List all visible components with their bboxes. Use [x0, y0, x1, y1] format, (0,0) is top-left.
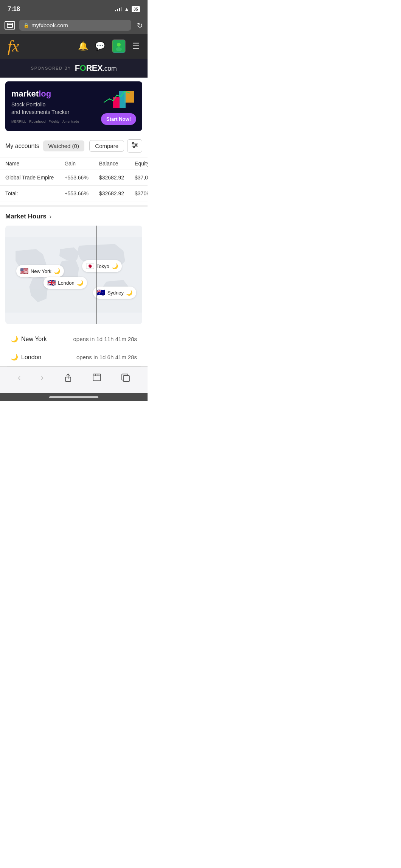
accounts-tabs: My accounts Watched (0) Compare	[0, 135, 148, 157]
market-name-newyork: 🌙 New York	[11, 335, 47, 343]
filter-button[interactable]	[127, 139, 142, 153]
refresh-icon[interactable]: ↻	[137, 21, 143, 30]
fx-logo[interactable]: fx	[8, 38, 19, 54]
status-icons: ▲ 35	[115, 6, 140, 12]
moon-icon-tokyo: 🌙	[112, 263, 118, 269]
total-equity: $37092.65	[129, 185, 148, 201]
col-name: Name	[0, 157, 59, 170]
city-name-sydney: Sydney	[107, 290, 124, 296]
bookmarks-button[interactable]	[89, 372, 105, 384]
forward-button[interactable]: ›	[37, 371, 47, 384]
home-indicator	[0, 393, 148, 401]
nav-header: fx 🔔 💬 ☰	[0, 34, 148, 59]
city-name-newyork: New York	[31, 268, 51, 274]
share-icon	[64, 373, 72, 382]
signal-bars-icon	[115, 7, 122, 11]
browser-bar: 🔒 myfxbook.com ↻	[0, 17, 148, 34]
market-hours-list: 🌙 New York opens in 1d 11h 41m 28s 🌙 Lon…	[5, 330, 142, 366]
moon-icon-sydney: 🌙	[126, 290, 132, 296]
compare-button[interactable]: Compare	[89, 140, 124, 152]
sponsored-bar: SPONSORED BY FOREX.com	[0, 59, 148, 78]
total-gain: +553.66%	[59, 185, 93, 201]
col-gain: Gain	[59, 157, 93, 170]
lock-icon: 🔒	[23, 23, 29, 28]
svg-point-3	[117, 43, 121, 47]
au-flag-icon: 🇦🇺	[97, 288, 105, 297]
city-bubble-london: 🇬🇧 London 🌙	[44, 277, 87, 289]
ad-subtitle: Stock Portfolio and Investments Tracker	[11, 101, 97, 116]
city-name-london: London	[58, 280, 74, 286]
status-time: 7:18	[8, 5, 20, 13]
forex-logo: FOREX.com	[75, 63, 117, 73]
start-now-button[interactable]: Start Now!	[101, 113, 136, 125]
svg-point-10	[133, 146, 135, 148]
filter-icon	[131, 142, 138, 148]
tab-watched[interactable]: Watched (0)	[43, 140, 84, 151]
city-bubble-tokyo: 🇯🇵 Tokyo 🌙	[82, 260, 122, 272]
ad-graphic	[104, 87, 134, 110]
wifi-icon: ▲	[124, 6, 129, 12]
svg-point-9	[135, 144, 137, 146]
sponsored-text: SPONSORED BY	[31, 66, 71, 70]
row-gain: +553.66%	[59, 170, 93, 186]
browser-tab-icon[interactable]	[5, 21, 15, 30]
jp-flag-icon: 🇯🇵	[86, 262, 94, 270]
total-row: Total: +553.66% $32682.92 $37092.65 $276…	[0, 185, 148, 201]
back-button[interactable]: ‹	[14, 371, 24, 384]
col-equity: Equity	[129, 157, 148, 170]
row-name: Global Trade Empire	[0, 170, 59, 186]
chat-icon[interactable]: 💬	[95, 41, 105, 51]
total-label: Total:	[0, 185, 59, 201]
status-bar: 7:18 ▲ 35	[0, 0, 148, 17]
tabs-icon	[121, 374, 130, 382]
market-hours-title: Market Hours	[5, 213, 47, 220]
market-name-london: 🌙 London	[11, 354, 41, 361]
svg-point-4	[116, 47, 122, 51]
battery-badge: 35	[132, 6, 140, 12]
city-bubble-newyork: 🇺🇸 New York 🌙	[16, 265, 64, 277]
svg-rect-0	[7, 23, 12, 28]
accounts-table: Name Gain Balance Equity Profit Global T…	[0, 157, 148, 201]
ad-title: marketlog	[11, 89, 97, 99]
market-hours-header: Market Hours ›	[5, 213, 142, 220]
svg-rect-14	[93, 374, 101, 381]
moon-icon-london: 🌙	[77, 280, 83, 286]
market-status-newyork: opens in 1d 11h 41m 28s	[73, 336, 137, 342]
bottom-nav: ‹ ›	[0, 366, 148, 393]
market-hours-section: Market Hours › 🇺🇸 New York 🌙 🇬	[0, 205, 148, 366]
world-map: 🇺🇸 New York 🌙 🇬🇧 London 🌙 🇯🇵 Tokyo 🌙 🇦🇺 …	[5, 226, 142, 324]
moon-icon-list-ny: 🌙	[11, 335, 18, 343]
uk-flag-icon: 🇬🇧	[47, 279, 56, 287]
tab-actions: Compare	[89, 139, 142, 153]
ad-banner: marketlog Stock Portfolio and Investment…	[5, 81, 142, 131]
city-name-tokyo: Tokyo	[96, 263, 109, 269]
share-button[interactable]	[60, 372, 76, 384]
us-flag-icon: 🇺🇸	[20, 267, 28, 275]
moon-icon-newyork: 🌙	[54, 268, 60, 274]
moon-icon-list-london: 🌙	[11, 354, 18, 361]
row-equity: $37,092.65	[129, 170, 148, 186]
tab-my-accounts[interactable]: My accounts	[5, 143, 39, 150]
total-balance: $32682.92	[94, 185, 129, 201]
chevron-right-icon[interactable]: ›	[50, 213, 51, 220]
bell-icon[interactable]: 🔔	[78, 41, 88, 51]
url-text: myfxbook.com	[31, 22, 68, 28]
svg-rect-19	[123, 376, 129, 382]
accounts-section: My accounts Watched (0) Compare Name Gai…	[0, 135, 148, 205]
ad-text-section: marketlog Stock Portfolio and Investment…	[11, 89, 97, 123]
nav-icons: 🔔 💬 ☰	[78, 39, 140, 53]
avatar-icon[interactable]	[112, 39, 126, 53]
ad-broker-logos: MERRILL Robinhood Fidelity Ameritrade	[11, 120, 97, 123]
tabs-button[interactable]	[118, 372, 134, 383]
table-header-row: Name Gain Balance Equity Profit	[0, 157, 148, 170]
city-bubble-sydney: 🇦🇺 Sydney 🌙	[93, 287, 136, 299]
hamburger-icon[interactable]: ☰	[132, 41, 140, 51]
home-indicator-bar	[49, 396, 98, 398]
svg-point-8	[132, 142, 134, 144]
market-item-london: 🌙 London opens in 1d 6h 41m 28s	[7, 348, 141, 366]
market-item-newyork: 🌙 New York opens in 1d 11h 41m 28s	[7, 330, 141, 348]
table-row[interactable]: Global Trade Empire +553.66% $32682.92 $…	[0, 170, 148, 186]
timezone-line	[96, 226, 97, 324]
col-balance: Balance	[94, 157, 129, 170]
url-bar[interactable]: 🔒 myfxbook.com	[19, 20, 131, 31]
